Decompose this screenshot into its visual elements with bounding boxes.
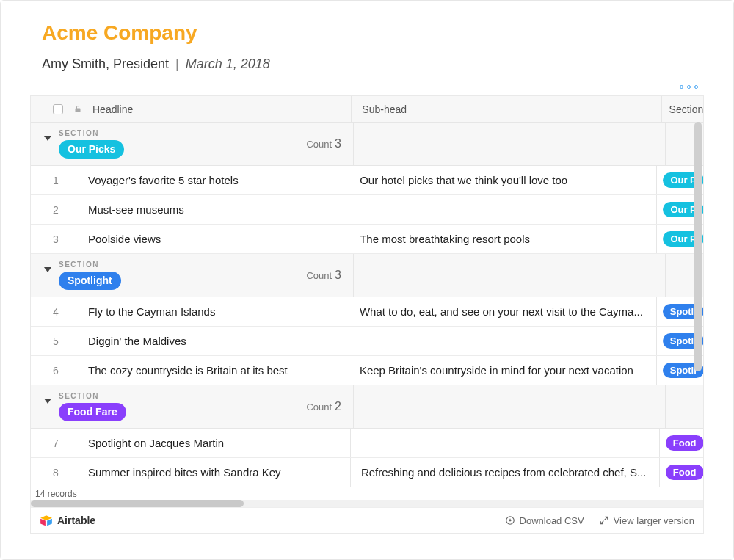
subhead-cell[interactable]: What to do, eat, and see on your next vi… [349, 297, 657, 326]
headline-cell[interactable]: The cozy countryside is Britain at its b… [88, 364, 288, 377]
section-count: Count2 [306, 400, 341, 413]
subhead-cell[interactable] [349, 327, 657, 355]
collapse-icon[interactable] [44, 399, 51, 404]
row-number: 5 [53, 335, 62, 347]
section-pill: Our Picks [59, 140, 124, 159]
more-menu-icon[interactable] [680, 85, 698, 89]
view-larger-button[interactable]: View larger version [599, 515, 694, 526]
section-header[interactable]: SECTIONSpotlightCount3 [31, 254, 703, 297]
headline-cell[interactable]: Must-see museums [88, 203, 184, 216]
airtable-embed: Headline Sub-head Section SECTIONOur Pic… [30, 95, 704, 534]
lock-icon [73, 105, 82, 114]
section-header[interactable]: SECTIONFood FareCount2 [31, 385, 703, 429]
airtable-logo[interactable]: Airtable [40, 514, 95, 527]
horizontal-scrollbar[interactable] [31, 500, 703, 507]
select-all-checkbox[interactable] [53, 104, 63, 114]
byline: Amy Smith, President | March 1, 2018 [42, 57, 704, 72]
row-number: 6 [53, 365, 62, 377]
headline-cell[interactable]: Summer inspired bites with Sandra Key [88, 466, 281, 479]
byline-date: March 1, 2018 [186, 57, 270, 71]
embed-footer: Airtable Download CSV View larger versio… [31, 507, 703, 533]
headline-cell[interactable]: Diggin' the Maldives [88, 335, 186, 347]
vertical-scrollbar[interactable] [694, 122, 702, 481]
section-header[interactable]: SECTIONOur PicksCount3 [31, 123, 703, 166]
section-count: Count3 [306, 137, 341, 150]
records-count: 14 records [31, 487, 703, 500]
subhead-cell[interactable]: Our hotel picks that we think you'll lov… [349, 166, 657, 194]
svg-marker-2 [47, 519, 52, 526]
section-label: SECTION [59, 261, 121, 269]
table-row[interactable]: 7Spotlight on Jacques MartinFood [31, 429, 703, 458]
row-number: 3 [53, 233, 62, 245]
table-row[interactable]: 5Diggin' the MaldivesSpotli [31, 327, 703, 356]
row-number: 4 [53, 306, 62, 318]
headline-cell[interactable]: Voyager's favorite 5 star hotels [88, 174, 239, 186]
table-row[interactable]: 3Poolside viewsThe most breathtaking res… [31, 225, 703, 254]
subhead-cell[interactable] [351, 429, 660, 457]
table-row[interactable]: 8Summer inspired bites with Sandra KeyRe… [31, 458, 703, 487]
section-pill: Food Fare [59, 403, 126, 421]
subhead-cell[interactable] [349, 195, 657, 224]
subhead-cell[interactable]: Keep Britain's countryside in mind for y… [349, 356, 657, 385]
column-section[interactable]: Section [669, 103, 703, 115]
table-row[interactable]: 1Voyager's favorite 5 star hotelsOur hot… [31, 166, 703, 195]
subhead-cell[interactable]: The most breathtaking resort pools [349, 225, 657, 253]
headline-cell[interactable]: Spotlight on Jacques Martin [88, 437, 224, 449]
row-number: 7 [53, 437, 62, 449]
section-count: Count3 [306, 269, 341, 282]
section-label: SECTION [59, 392, 126, 400]
collapse-icon[interactable] [44, 267, 51, 272]
brand-name: Airtable [57, 514, 95, 526]
subhead-cell[interactable]: Refreshing and delicious recipes from ce… [351, 458, 660, 487]
page-title: Acme Company [42, 21, 704, 45]
row-number: 8 [53, 467, 62, 479]
headline-cell[interactable]: Poolside views [88, 233, 161, 245]
table-row[interactable]: 6The cozy countryside is Britain at its … [31, 356, 703, 385]
author-name: Amy Smith, President [42, 57, 169, 71]
column-headline[interactable]: Headline [92, 103, 133, 115]
column-header-row: Headline Sub-head Section [31, 96, 703, 123]
headline-cell[interactable]: Fly to the Cayman Islands [88, 305, 215, 318]
download-csv-button[interactable]: Download CSV [505, 515, 584, 526]
table-row[interactable]: 4Fly to the Cayman IslandsWhat to do, ea… [31, 297, 703, 327]
column-subhead[interactable]: Sub-head [362, 103, 407, 115]
table-row[interactable]: 2Must-see museumsOur P [31, 195, 703, 225]
view-larger-label: View larger version [614, 515, 694, 526]
byline-separator: | [175, 57, 179, 71]
download-csv-label: Download CSV [520, 515, 584, 526]
svg-marker-1 [40, 519, 46, 526]
collapse-icon[interactable] [44, 136, 51, 141]
section-pill: Spotlight [59, 272, 121, 290]
row-number: 2 [53, 204, 62, 216]
section-label: SECTION [59, 129, 124, 137]
row-number: 1 [53, 175, 62, 186]
